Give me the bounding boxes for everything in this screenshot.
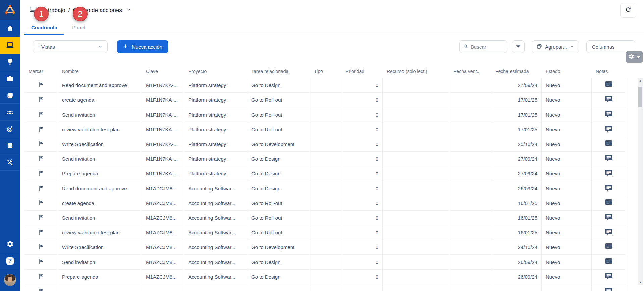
sidebar-item-help[interactable]: ? (0, 252, 20, 269)
cell-type[interactable] (310, 255, 341, 269)
cell-notes[interactable] (592, 211, 626, 225)
table-row[interactable]: review validation test plan M1F1N7KA-...… (24, 122, 626, 137)
sidebar-item-home[interactable] (0, 20, 20, 37)
cell-flag[interactable] (24, 240, 58, 254)
cell-notes[interactable] (592, 225, 626, 240)
cell-estimated-date[interactable]: 16/01/25 (491, 211, 542, 225)
cell-name[interactable]: review validation test plan (58, 225, 142, 240)
views-dropdown[interactable]: * Vistas (33, 40, 108, 53)
cell-project[interactable] (184, 284, 247, 291)
cell-status[interactable]: Nuevo (542, 122, 592, 137)
flag-icon[interactable] (39, 112, 44, 118)
cell-name[interactable]: Send invitation (58, 107, 142, 122)
cell-project[interactable]: Accounting Softwar... (184, 240, 247, 254)
cell-key[interactable]: M1F1N7KA-... (142, 166, 184, 181)
tab-panel[interactable]: Panel (66, 21, 92, 34)
cell-type[interactable] (310, 196, 341, 210)
cell-status[interactable]: Nuevo (542, 196, 592, 210)
flag-icon[interactable] (39, 274, 44, 280)
cell-priority[interactable]: 0 (341, 137, 383, 151)
cell-notes[interactable] (592, 122, 626, 137)
cell-resource[interactable] (383, 196, 449, 210)
cell-flag[interactable] (24, 137, 58, 151)
cell-status[interactable]: Nuevo (542, 166, 592, 181)
cell-type[interactable] (310, 225, 341, 240)
flag-icon[interactable] (39, 97, 44, 103)
cell-flag[interactable] (24, 107, 58, 122)
cell-related-task[interactable]: Go to Roll-out (247, 211, 310, 225)
cell-due-date[interactable] (449, 284, 491, 291)
cell-flag[interactable] (24, 196, 58, 210)
cell-status[interactable]: Nuevo (542, 255, 592, 269)
notes-icon[interactable] (605, 170, 612, 178)
cell-project[interactable]: Accounting Softwar... (184, 196, 247, 210)
cell-estimated-date[interactable]: 16/01/25 (491, 196, 542, 210)
cell-status[interactable]: Nuevo (542, 137, 592, 151)
cell-notes[interactable] (592, 240, 626, 254)
cell-notes[interactable] (592, 107, 626, 122)
cell-priority[interactable]: 0 (341, 270, 383, 284)
column-header-0[interactable]: Marcar (24, 69, 58, 74)
cell-flag[interactable] (24, 225, 58, 240)
column-header-10[interactable]: Estado (542, 69, 592, 74)
cell-status[interactable]: Nuevo (542, 270, 592, 284)
group-dropdown[interactable]: Agrupar... (532, 40, 579, 53)
cell-related-task[interactable]: Go to Design (247, 270, 310, 284)
cell-notes[interactable] (592, 166, 626, 181)
cell-notes[interactable] (592, 196, 626, 210)
cell-resource[interactable] (383, 137, 449, 151)
cell-resource[interactable] (383, 211, 449, 225)
sidebar-item-goals[interactable] (0, 121, 20, 137)
flag-icon[interactable] (39, 126, 44, 133)
cell-priority[interactable]: 0 (341, 181, 383, 196)
cell-type[interactable] (310, 270, 341, 284)
cell-due-date[interactable] (449, 122, 491, 137)
scroll-down-arrow[interactable]: ▼ (638, 280, 643, 285)
flag-icon[interactable] (39, 259, 44, 266)
cell-type[interactable] (310, 107, 341, 122)
flag-icon[interactable] (39, 170, 44, 177)
cell-type[interactable] (310, 166, 341, 181)
cell-type[interactable] (310, 240, 341, 254)
new-action-button[interactable]: Nueva acción (117, 40, 168, 53)
cell-priority[interactable] (341, 284, 383, 291)
grid-settings-button[interactable] (626, 51, 643, 63)
cell-name[interactable]: Send invitation (58, 255, 142, 269)
scroll-up-arrow[interactable]: ▲ (638, 78, 643, 83)
notes-icon[interactable] (605, 199, 612, 207)
cell-notes[interactable] (592, 137, 626, 151)
cell-notes[interactable] (592, 270, 626, 284)
cell-type[interactable] (310, 152, 341, 166)
cell-key[interactable]: M1F1N7KA-... (142, 107, 184, 122)
table-row[interactable]: create agenda M1AZCJM8... Accounting Sof… (24, 196, 626, 211)
sidebar-item-tools[interactable] (0, 154, 20, 171)
cell-related-task[interactable]: Go to Development (247, 137, 310, 151)
cell-name[interactable]: create agenda (58, 196, 142, 210)
cell-key[interactable]: M1F1N7KA-... (142, 137, 184, 151)
cell-key[interactable]: M1F1N7KA-... (142, 122, 184, 137)
cell-due-date[interactable] (449, 166, 491, 181)
cell-name[interactable]: Read document and approve (58, 78, 142, 92)
cell-estimated-date[interactable]: 27/09/24 (491, 166, 542, 181)
column-header-6[interactable]: Prioridad (341, 69, 383, 74)
cell-priority[interactable]: 0 (341, 93, 383, 107)
cell-status[interactable]: Nuevo (542, 211, 592, 225)
notes-icon[interactable] (605, 288, 612, 291)
cell-related-task[interactable]: Go to Roll-out (247, 196, 310, 210)
notes-icon[interactable] (605, 96, 612, 104)
search-box[interactable] (459, 40, 507, 53)
cell-estimated-date[interactable]: 24/10/24 (491, 240, 542, 254)
cell-flag[interactable] (24, 255, 58, 269)
cell-type[interactable] (310, 284, 341, 291)
filter-button[interactable] (512, 40, 525, 53)
sidebar-item-teams[interactable] (0, 104, 20, 121)
cell-flag[interactable] (24, 93, 58, 107)
column-header-3[interactable]: Proyecto (184, 69, 247, 74)
cell-estimated-date[interactable]: 26/09/24 (491, 181, 542, 196)
cell-related-task[interactable]: Go to Design (247, 181, 310, 196)
cell-project[interactable]: Platform strategy (184, 122, 247, 137)
table-row[interactable]: Write Specification M1F1N7KA-... Platfor… (24, 137, 626, 152)
sidebar-item-reports[interactable] (0, 137, 20, 154)
cell-flag[interactable] (24, 284, 58, 291)
cell-project[interactable]: Platform strategy (184, 137, 247, 151)
